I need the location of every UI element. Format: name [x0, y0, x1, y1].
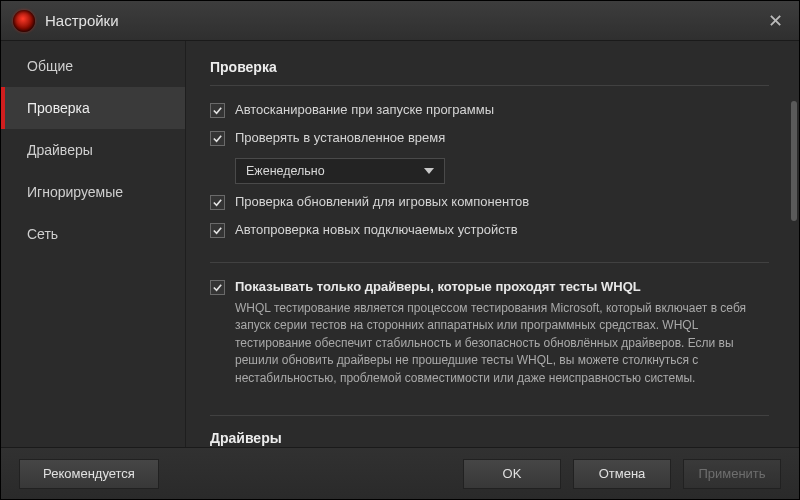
checkbox-icon[interactable] [210, 103, 225, 118]
chevron-down-icon [424, 168, 434, 174]
footer: Рекомендуется OK Отмена Применить [1, 447, 799, 499]
option-whql[interactable]: Показывать только драйверы, которые прох… [210, 273, 769, 393]
sidebar-item-label: Игнорируемые [27, 184, 123, 200]
option-label: Проверять в установленное время [235, 130, 445, 145]
checkbox-icon[interactable] [210, 131, 225, 146]
sidebar-item-label: Драйверы [27, 142, 93, 158]
sidebar-item-drivers[interactable]: Драйверы [1, 129, 185, 171]
sidebar: Общие Проверка Драйверы Игнорируемые Сет… [1, 41, 186, 447]
button-label: OK [503, 466, 522, 481]
option-label: Проверка обновлений для игровых компонен… [235, 194, 529, 209]
titlebar: Настройки ✕ [1, 1, 799, 41]
checkbox-icon[interactable] [210, 223, 225, 238]
cancel-button[interactable]: Отмена [573, 459, 671, 489]
option-description: WHQL тестирование является процессом тес… [235, 300, 769, 387]
divider [210, 85, 769, 86]
divider [210, 262, 769, 263]
main-area: Общие Проверка Драйверы Игнорируемые Сет… [1, 41, 799, 447]
schedule-select[interactable]: Еженедельно [235, 158, 445, 184]
scrollbar-thumb[interactable] [791, 101, 797, 221]
recommended-button[interactable]: Рекомендуется [19, 459, 159, 489]
sidebar-item-label: Проверка [27, 100, 90, 116]
content-scroll[interactable]: Проверка Автосканирование при запуске пр… [186, 41, 789, 447]
checkbox-icon[interactable] [210, 280, 225, 295]
app-logo-icon [13, 10, 35, 32]
section-heading-scan: Проверка [210, 55, 769, 81]
option-scheduled[interactable]: Проверять в установленное время [210, 124, 769, 152]
sidebar-item-network[interactable]: Сеть [1, 213, 185, 255]
button-label: Применить [698, 466, 765, 481]
apply-button[interactable]: Применить [683, 459, 781, 489]
option-autoscan[interactable]: Автосканирование при запуске программы [210, 96, 769, 124]
select-value: Еженедельно [246, 164, 424, 178]
option-label: Автопроверка новых подключаемых устройст… [235, 222, 518, 237]
option-autodetect[interactable]: Автопроверка новых подключаемых устройст… [210, 216, 769, 244]
close-icon[interactable]: ✕ [763, 10, 787, 32]
button-label: Отмена [599, 466, 646, 481]
option-label: Показывать только драйверы, которые прох… [235, 279, 769, 294]
checkbox-icon[interactable] [210, 195, 225, 210]
button-label: Рекомендуется [43, 466, 135, 481]
section-heading-drivers: Драйверы [210, 426, 769, 447]
divider [210, 415, 769, 416]
sidebar-item-ignored[interactable]: Игнорируемые [1, 171, 185, 213]
sidebar-item-label: Общие [27, 58, 73, 74]
option-label: Автосканирование при запуске программы [235, 102, 494, 117]
sidebar-item-label: Сеть [27, 226, 58, 242]
sidebar-item-general[interactable]: Общие [1, 45, 185, 87]
content-panel: Проверка Автосканирование при запуске пр… [186, 41, 799, 447]
sidebar-item-scan[interactable]: Проверка [1, 87, 185, 129]
option-game-updates[interactable]: Проверка обновлений для игровых компонен… [210, 188, 769, 216]
ok-button[interactable]: OK [463, 459, 561, 489]
window-title: Настройки [45, 12, 119, 29]
